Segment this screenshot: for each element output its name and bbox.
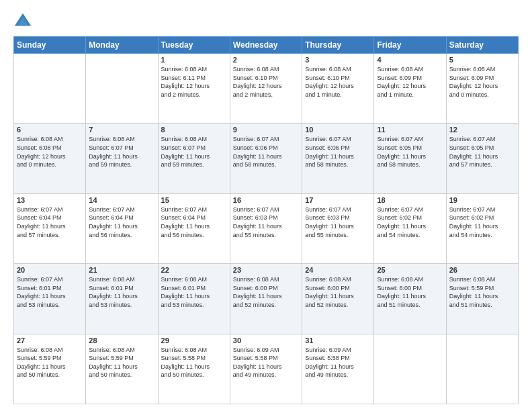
calendar-header-sunday: Sunday [14,37,86,54]
day-info: Sunrise: 6:07 AM Sunset: 6:06 PM Dayligh… [305,135,371,169]
calendar-cell: 24Sunrise: 6:08 AM Sunset: 6:00 PM Dayli… [302,264,374,334]
calendar-header-tuesday: Tuesday [158,37,230,54]
calendar-header-saturday: Saturday [446,37,518,54]
day-info: Sunrise: 6:08 AM Sunset: 6:07 PM Dayligh… [89,135,154,169]
calendar-cell: 6Sunrise: 6:08 AM Sunset: 6:08 PM Daylig… [14,124,86,193]
day-number: 18 [377,196,443,204]
calendar-cell [374,334,446,404]
day-info: Sunrise: 6:07 AM Sunset: 6:04 PM Dayligh… [161,205,227,239]
day-number: 21 [89,266,154,274]
day-number: 29 [161,336,227,345]
day-number: 17 [305,196,371,204]
calendar-header-row: SundayMondayTuesdayWednesdayThursdayFrid… [14,37,519,54]
day-number: 8 [161,126,227,134]
logo-icon [13,12,32,31]
calendar-header-friday: Friday [374,37,446,54]
calendar-cell: 2Sunrise: 6:08 AM Sunset: 6:10 PM Daylig… [230,54,302,124]
day-info: Sunrise: 6:08 AM Sunset: 6:01 PM Dayligh… [161,275,227,309]
day-number: 12 [449,126,515,134]
day-number: 2 [233,56,299,64]
calendar-cell: 4Sunrise: 6:08 AM Sunset: 6:09 PM Daylig… [374,54,446,124]
day-number: 13 [17,196,83,204]
calendar-cell: 11Sunrise: 6:07 AM Sunset: 6:05 PM Dayli… [374,124,446,193]
day-info: Sunrise: 6:08 AM Sunset: 5:59 PM Dayligh… [89,346,154,379]
calendar-cell: 15Sunrise: 6:07 AM Sunset: 6:04 PM Dayli… [158,193,230,263]
day-info: Sunrise: 6:07 AM Sunset: 6:03 PM Dayligh… [305,205,371,239]
day-info: Sunrise: 6:08 AM Sunset: 6:00 PM Dayligh… [305,275,371,309]
day-number: 15 [161,196,227,204]
calendar-cell: 31Sunrise: 6:09 AM Sunset: 5:58 PM Dayli… [302,334,374,404]
day-info: Sunrise: 6:08 AM Sunset: 6:09 PM Dayligh… [377,65,443,99]
calendar-cell: 22Sunrise: 6:08 AM Sunset: 6:01 PM Dayli… [158,264,230,334]
header [13,12,519,31]
calendar-cell: 13Sunrise: 6:07 AM Sunset: 6:04 PM Dayli… [14,193,86,263]
calendar-cell: 3Sunrise: 6:08 AM Sunset: 6:10 PM Daylig… [302,54,374,124]
calendar-cell: 8Sunrise: 6:08 AM Sunset: 6:07 PM Daylig… [158,124,230,193]
day-info: Sunrise: 6:08 AM Sunset: 5:59 PM Dayligh… [17,346,83,379]
day-info: Sunrise: 6:07 AM Sunset: 6:02 PM Dayligh… [449,205,515,239]
day-number: 3 [305,56,371,64]
day-info: Sunrise: 6:07 AM Sunset: 6:04 PM Dayligh… [89,205,154,239]
day-number: 28 [89,336,154,345]
day-number: 20 [17,266,83,274]
day-info: Sunrise: 6:08 AM Sunset: 6:01 PM Dayligh… [89,275,154,309]
calendar-table: SundayMondayTuesdayWednesdayThursdayFrid… [13,36,519,404]
day-info: Sunrise: 6:08 AM Sunset: 6:07 PM Dayligh… [161,135,227,169]
calendar-cell [14,54,86,124]
day-info: Sunrise: 6:08 AM Sunset: 6:09 PM Dayligh… [449,65,515,99]
day-number: 4 [377,56,443,64]
calendar-cell: 21Sunrise: 6:08 AM Sunset: 6:01 PM Dayli… [86,264,158,334]
day-info: Sunrise: 6:08 AM Sunset: 6:10 PM Dayligh… [305,65,371,99]
day-info: Sunrise: 6:08 AM Sunset: 6:11 PM Dayligh… [161,65,227,99]
day-number: 19 [449,196,515,204]
day-number: 6 [17,126,83,134]
calendar-cell [446,334,518,404]
day-info: Sunrise: 6:08 AM Sunset: 5:59 PM Dayligh… [449,275,515,309]
calendar-cell: 29Sunrise: 6:08 AM Sunset: 5:58 PM Dayli… [158,334,230,404]
calendar-cell: 16Sunrise: 6:07 AM Sunset: 6:03 PM Dayli… [230,193,302,263]
calendar-week-row: 6Sunrise: 6:08 AM Sunset: 6:08 PM Daylig… [14,124,519,193]
day-number: 7 [89,126,154,134]
day-number: 31 [305,336,371,345]
day-number: 27 [17,336,83,345]
day-number: 10 [305,126,371,134]
calendar-week-row: 27Sunrise: 6:08 AM Sunset: 5:59 PM Dayli… [14,334,519,404]
day-info: Sunrise: 6:07 AM Sunset: 6:03 PM Dayligh… [233,205,299,239]
day-number: 24 [305,266,371,274]
day-number: 23 [233,266,299,274]
logo [13,12,34,31]
day-info: Sunrise: 6:09 AM Sunset: 5:58 PM Dayligh… [305,346,371,379]
calendar-cell: 9Sunrise: 6:07 AM Sunset: 6:06 PM Daylig… [230,124,302,193]
calendar-header-monday: Monday [86,37,158,54]
page: SundayMondayTuesdayWednesdayThursdayFrid… [0,0,532,411]
calendar-cell: 30Sunrise: 6:09 AM Sunset: 5:58 PM Dayli… [230,334,302,404]
day-info: Sunrise: 6:08 AM Sunset: 5:58 PM Dayligh… [161,346,227,379]
calendar-cell: 26Sunrise: 6:08 AM Sunset: 5:59 PM Dayli… [446,264,518,334]
calendar-cell: 7Sunrise: 6:08 AM Sunset: 6:07 PM Daylig… [86,124,158,193]
day-number: 14 [89,196,154,204]
day-info: Sunrise: 6:08 AM Sunset: 6:10 PM Dayligh… [233,65,299,99]
day-info: Sunrise: 6:07 AM Sunset: 6:01 PM Dayligh… [17,275,83,309]
day-info: Sunrise: 6:08 AM Sunset: 6:00 PM Dayligh… [377,275,443,309]
day-info: Sunrise: 6:07 AM Sunset: 6:05 PM Dayligh… [377,135,443,169]
day-info: Sunrise: 6:09 AM Sunset: 5:58 PM Dayligh… [233,346,299,379]
day-info: Sunrise: 6:07 AM Sunset: 6:05 PM Dayligh… [449,135,515,169]
calendar-cell: 14Sunrise: 6:07 AM Sunset: 6:04 PM Dayli… [86,193,158,263]
day-number: 16 [233,196,299,204]
day-number: 1 [161,56,227,64]
calendar-cell: 20Sunrise: 6:07 AM Sunset: 6:01 PM Dayli… [14,264,86,334]
day-number: 30 [233,336,299,345]
day-info: Sunrise: 6:07 AM Sunset: 6:06 PM Dayligh… [233,135,299,169]
calendar-week-row: 13Sunrise: 6:07 AM Sunset: 6:04 PM Dayli… [14,193,519,263]
calendar-cell: 1Sunrise: 6:08 AM Sunset: 6:11 PM Daylig… [158,54,230,124]
day-number: 9 [233,126,299,134]
calendar-cell: 19Sunrise: 6:07 AM Sunset: 6:02 PM Dayli… [446,193,518,263]
calendar-cell: 10Sunrise: 6:07 AM Sunset: 6:06 PM Dayli… [302,124,374,193]
calendar-cell: 28Sunrise: 6:08 AM Sunset: 5:59 PM Dayli… [86,334,158,404]
calendar-cell: 23Sunrise: 6:08 AM Sunset: 6:00 PM Dayli… [230,264,302,334]
day-number: 22 [161,266,227,274]
day-number: 25 [377,266,443,274]
calendar-week-row: 1Sunrise: 6:08 AM Sunset: 6:11 PM Daylig… [14,54,519,124]
day-number: 5 [449,56,515,64]
calendar-cell: 17Sunrise: 6:07 AM Sunset: 6:03 PM Dayli… [302,193,374,263]
